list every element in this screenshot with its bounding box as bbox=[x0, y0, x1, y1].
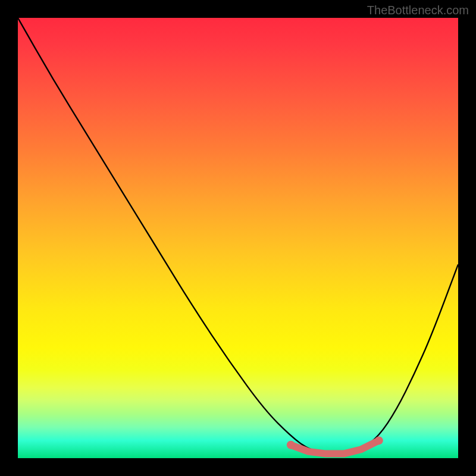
highlight-dot bbox=[287, 441, 295, 449]
curve-layer bbox=[18, 18, 458, 458]
bottleneck-curve-path bbox=[18, 18, 458, 454]
watermark-text: TheBottleneck.com bbox=[367, 4, 469, 17]
highlight-region bbox=[287, 436, 383, 453]
highlight-stroke bbox=[291, 440, 379, 453]
highlight-dot bbox=[375, 436, 383, 444]
chart-plot-area bbox=[18, 18, 458, 458]
